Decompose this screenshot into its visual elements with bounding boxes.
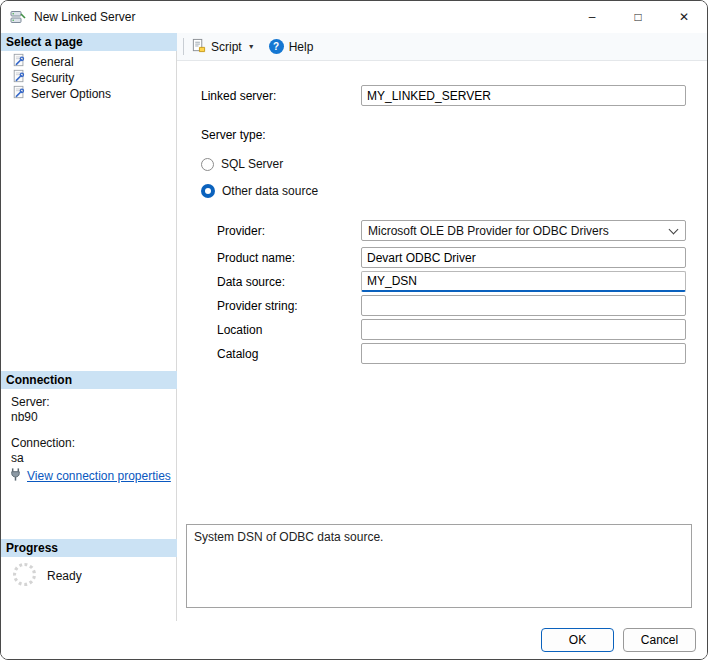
provider-string-input[interactable] xyxy=(361,295,686,316)
sidebar: Select a page General Security Server Op… xyxy=(1,33,177,623)
page-wrench-icon xyxy=(12,53,26,70)
radio-unselected-icon[interactable] xyxy=(201,158,214,171)
connection-header: Connection xyxy=(1,371,177,389)
cancel-button[interactable]: Cancel xyxy=(623,628,696,652)
radio-selected-icon[interactable] xyxy=(201,184,215,198)
help-button-label: Help xyxy=(289,40,314,54)
window-controls: – □ ✕ xyxy=(569,1,707,33)
chevron-down-icon[interactable]: ▼ xyxy=(248,43,255,50)
sql-server-radio-label: SQL Server xyxy=(221,157,283,171)
progress-spinner-icon xyxy=(13,563,36,586)
progress-header: Progress xyxy=(1,539,177,557)
maximize-icon: □ xyxy=(634,10,641,24)
script-icon xyxy=(191,38,206,56)
help-icon: ? xyxy=(269,39,284,54)
view-connection-properties[interactable]: View connection properties xyxy=(8,467,171,485)
sidebar-item-server-options[interactable]: Server Options xyxy=(1,85,176,102)
other-data-source-radio-option[interactable]: Other data source xyxy=(201,184,318,198)
connection-label: Connection: xyxy=(11,436,75,450)
provider-dropdown[interactable]: Microsoft OLE DB Provider for ODBC Drive… xyxy=(361,220,686,241)
close-button[interactable]: ✕ xyxy=(661,1,707,33)
sidebar-item-security[interactable]: Security xyxy=(1,69,176,86)
sidebar-item-label: Security xyxy=(31,71,74,85)
provider-label: Provider: xyxy=(217,224,265,238)
data-source-label: Data source: xyxy=(217,275,285,289)
sidebar-item-general[interactable]: General xyxy=(1,53,176,70)
catalog-label: Catalog xyxy=(217,347,258,361)
minimize-icon: – xyxy=(589,10,596,24)
product-name-input[interactable] xyxy=(361,247,686,268)
server-label: Server: xyxy=(11,395,50,409)
help-button[interactable]: ? Help xyxy=(262,35,321,59)
toolbar: Script ▼ ? Help xyxy=(177,33,708,61)
linked-server-input[interactable] xyxy=(361,85,686,106)
data-source-input[interactable] xyxy=(361,271,686,292)
server-type-label: Server type: xyxy=(201,128,266,142)
sidebar-item-label: General xyxy=(31,55,74,69)
other-data-source-radio-label: Other data source xyxy=(222,184,318,198)
ok-button[interactable]: OK xyxy=(541,628,614,652)
sidebar-item-label: Server Options xyxy=(31,87,111,101)
page-wrench-icon xyxy=(12,69,26,86)
view-connection-properties-link[interactable]: View connection properties xyxy=(27,469,171,483)
product-name-label: Product name: xyxy=(217,251,295,265)
location-input[interactable] xyxy=(361,319,686,340)
progress-status: Ready xyxy=(47,569,82,583)
page-wrench-icon xyxy=(12,85,26,102)
linked-server-label: Linked server: xyxy=(201,89,276,103)
window-title: New Linked Server xyxy=(34,10,135,24)
select-a-page-header: Select a page xyxy=(1,33,177,51)
sql-server-radio-option[interactable]: SQL Server xyxy=(201,157,283,171)
provider-string-label: Provider string: xyxy=(217,299,298,313)
catalog-input[interactable] xyxy=(361,343,686,364)
chevron-down-icon xyxy=(669,224,679,234)
server-value: nb90 xyxy=(11,410,38,424)
linked-server-window-icon xyxy=(10,9,26,25)
footer: OK Cancel xyxy=(1,621,708,659)
script-button-label: Script xyxy=(211,40,242,54)
new-linked-server-dialog: New Linked Server – □ ✕ Select a page Ge… xyxy=(0,0,708,660)
minimize-button[interactable]: – xyxy=(569,1,615,33)
plug-icon xyxy=(8,467,23,485)
description-box: System DSN of ODBC data source. xyxy=(186,524,692,608)
connection-value: sa xyxy=(11,451,24,465)
location-label: Location xyxy=(217,323,262,337)
main-panel: Script ▼ ? Help Linked server: Server ty… xyxy=(177,33,708,623)
maximize-button[interactable]: □ xyxy=(615,1,661,33)
provider-dropdown-value: Microsoft OLE DB Provider for ODBC Drive… xyxy=(368,224,670,238)
title-bar: New Linked Server – □ ✕ xyxy=(1,1,707,33)
close-icon: ✕ xyxy=(679,10,689,24)
script-button[interactable]: Script ▼ xyxy=(184,35,262,59)
